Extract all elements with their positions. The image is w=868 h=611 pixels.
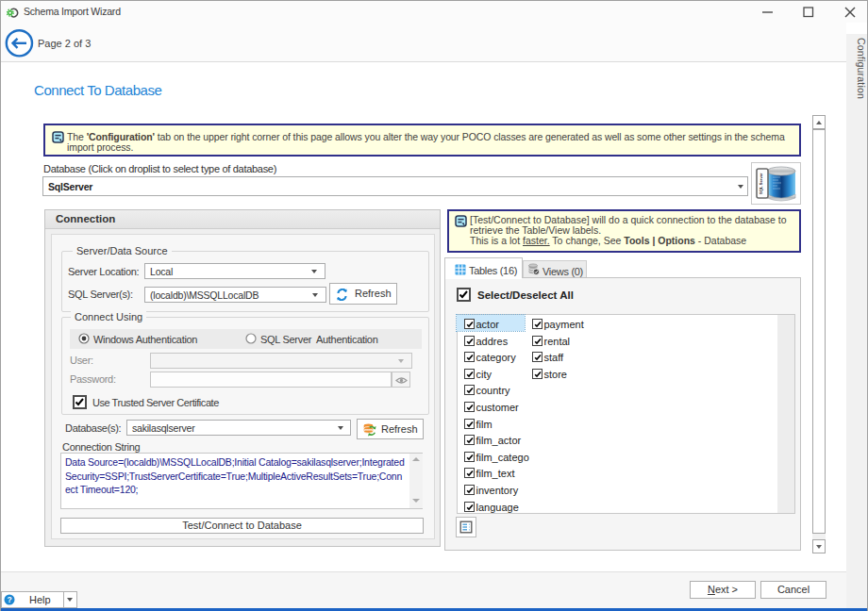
- svg-text:?: ?: [7, 595, 11, 604]
- svg-text:SQL Server: SQL Server: [759, 173, 763, 194]
